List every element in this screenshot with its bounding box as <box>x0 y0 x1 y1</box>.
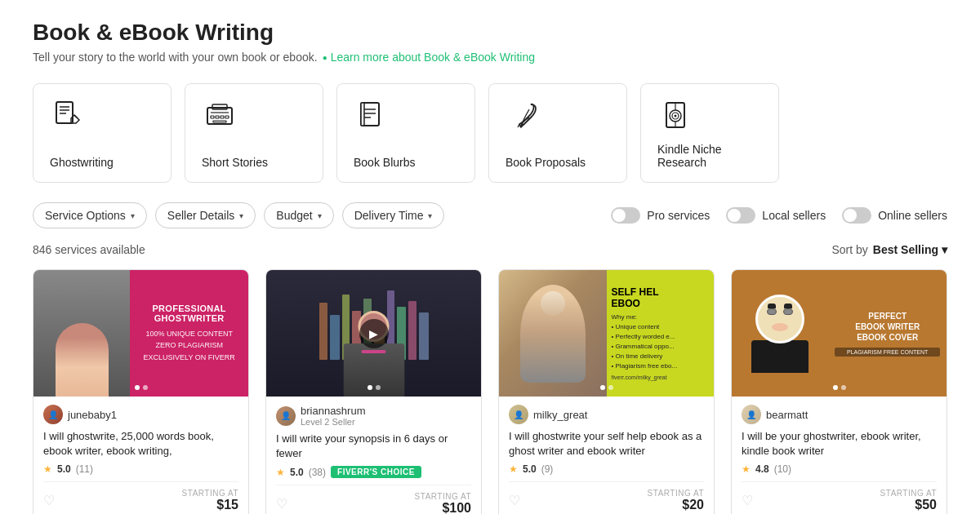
perfect-image-content: PERFECTEBOOK WRITEREBOOK COVER PLAGIARIS… <box>732 270 947 397</box>
card-dots-1 <box>368 385 381 390</box>
page-title: Book & eBook Writing <box>33 20 947 46</box>
card-dots-2 <box>600 385 613 390</box>
card-seller-row-0: 👤 junebaby1 <box>43 405 238 424</box>
cartoon-avatar <box>751 295 808 373</box>
svg-rect-8 <box>216 116 219 118</box>
price-label-3: STARTING AT <box>880 489 937 498</box>
rating-val-2: 5.0 <box>523 463 537 475</box>
pro-services-label: Pro services <box>647 209 710 222</box>
delivery-time-filter[interactable]: Delivery Time ▾ <box>342 202 445 228</box>
price-amount-1: $100 <box>442 501 471 514</box>
gw-avatar <box>33 270 130 397</box>
dot <box>376 385 381 390</box>
svg-rect-0 <box>56 102 73 123</box>
card-body-2: 👤 milky_great I will ghostwrite your sel… <box>499 397 714 514</box>
svg-line-4 <box>74 115 78 118</box>
svg-rect-17 <box>361 103 364 126</box>
delivery-time-label: Delivery Time <box>354 209 424 222</box>
book-hand-icon <box>50 97 86 133</box>
sort-by-value[interactable]: Best Selling ▾ <box>873 243 947 256</box>
fiverrs-choice-badge: FIVERR'S CHOICE <box>331 466 421 478</box>
category-card-short-stories[interactable]: Short Stories <box>185 83 323 183</box>
typewriter-icon <box>202 97 238 133</box>
feather-hand-icon <box>506 97 541 133</box>
rating-val-1: 5.0 <box>290 467 304 478</box>
card-image-0: PROFESSIONALGHOSTWRITER 100% UNIQUE CONT… <box>33 270 248 397</box>
heart-button-3[interactable]: ♡ <box>742 493 753 508</box>
book-list-icon <box>354 97 390 133</box>
budget-filter[interactable]: Budget ▾ <box>264 202 333 228</box>
pro-services-toggle[interactable] <box>611 207 640 224</box>
category-card-book-blurbs[interactable]: Book Blurbs <box>336 83 475 183</box>
seller-name-1: briannashrum <box>301 405 366 417</box>
service-card-0[interactable]: PROFESSIONALGHOSTWRITER 100% UNIQUE CONT… <box>33 269 249 514</box>
online-sellers-toggle[interactable] <box>842 207 871 224</box>
dot <box>135 385 140 390</box>
play-button-1[interactable]: ▶ <box>359 319 389 348</box>
category-label-kindle-niche: Kindle Niche Research <box>657 143 762 169</box>
local-sellers-toggle-group: Local sellers <box>726 207 826 224</box>
filter-bar: Service Options ▾ Seller Details ▾ Budge… <box>33 202 947 228</box>
card-title-1: I will write your synopsis in 6 days or … <box>276 432 471 461</box>
dot <box>833 385 838 390</box>
svg-rect-9 <box>220 116 224 118</box>
rating-val-3: 4.8 <box>755 463 769 475</box>
card-footer-1: ♡ STARTING AT $100 <box>276 485 471 514</box>
card-body-3: 👤 bearmatt I will be your ghostwriter, e… <box>732 397 947 514</box>
stars-2: ★ <box>509 463 518 475</box>
sort-by-label: Sort by <box>832 243 868 256</box>
card-image-2: SELF HELEBOO Why me: • Unique content • … <box>499 270 714 397</box>
chevron-down-icon: ▾ <box>428 211 432 220</box>
price-label-0: STARTING AT <box>182 489 238 498</box>
filter-toggles: Pro services Local sellers Online seller… <box>611 207 947 224</box>
chevron-down-icon: ▾ <box>131 211 135 220</box>
category-card-ghostwriting[interactable]: Ghostwriting <box>33 83 172 183</box>
price-amount-0: $15 <box>216 498 238 512</box>
seller-level-1: Level 2 Seller <box>301 417 366 427</box>
price-info-3: STARTING AT $50 <box>880 489 937 512</box>
card-rating-row-0: ★ 5.0 (11) <box>43 463 238 475</box>
service-card-3[interactable]: PERFECTEBOOK WRITEREBOOK COVER PLAGIARIS… <box>731 269 947 514</box>
card-seller-row-1: 👤 briannashrum Level 2 Seller <box>276 405 471 427</box>
card-title-3: I will be your ghostwriter, ebook writer… <box>742 429 937 459</box>
card-seller-row-2: 👤 milky_great <box>509 405 704 424</box>
category-card-book-proposals[interactable]: Book Proposals <box>488 83 627 183</box>
price-info-1: STARTING AT $100 <box>415 492 471 514</box>
dot <box>368 385 372 390</box>
page-subtitle: Tell your story to the world with your o… <box>33 51 947 64</box>
card-body-1: 👤 briannashrum Level 2 Seller I will wri… <box>266 397 481 514</box>
heart-button-0[interactable]: ♡ <box>43 493 55 508</box>
service-options-filter[interactable]: Service Options ▾ <box>33 202 147 228</box>
category-card-kindle-niche[interactable]: Kindle Niche Research <box>640 83 779 183</box>
seller-details-filter[interactable]: Seller Details ▾ <box>155 202 256 228</box>
seller-name-3: bearmatt <box>766 409 808 421</box>
rating-count-0: (11) <box>76 463 93 475</box>
sort-by-row: Sort by Best Selling ▾ <box>832 243 948 256</box>
service-card-1[interactable]: ▶ 👤 briannashrum Level 2 Seller I will w… <box>265 269 482 514</box>
svg-rect-11 <box>213 121 226 122</box>
learn-more-link[interactable]: Learn more about Book & eBook Writing <box>323 51 535 64</box>
card-footer-0: ♡ STARTING AT $15 <box>43 481 238 512</box>
local-sellers-toggle[interactable] <box>726 207 755 224</box>
heart-button-2[interactable]: ♡ <box>509 493 520 508</box>
stars-3: ★ <box>742 463 751 475</box>
rating-count-2: (9) <box>541 463 554 475</box>
price-info-2: STARTING AT $20 <box>648 489 704 512</box>
dot <box>608 385 613 390</box>
svg-point-21 <box>675 115 677 117</box>
category-label-ghostwriting: Ghostwriting <box>50 156 114 169</box>
pc-badge: PLAGIARISM FREE CONTENT <box>835 348 940 357</box>
category-label-book-proposals: Book Proposals <box>506 156 586 169</box>
heart-button-1[interactable]: ♡ <box>276 496 287 512</box>
service-card-2[interactable]: SELF HELEBOO Why me: • Unique content • … <box>498 269 715 514</box>
pro-services-toggle-group: Pro services <box>611 207 710 224</box>
seller-avatar-3: 👤 <box>742 405 761 424</box>
category-row: Ghostwriting Short Stories <box>33 83 947 183</box>
card-title-0: I will ghostwrite, 25,000 words book, eb… <box>43 429 238 459</box>
card-rating-row-1: ★ 5.0 (38) FIVERR'S CHOICE <box>276 466 471 478</box>
seller-avatar-0: 👤 <box>43 405 63 424</box>
category-label-short-stories: Short Stories <box>202 156 268 169</box>
dot <box>143 385 148 390</box>
price-info-0: STARTING AT $15 <box>182 489 238 512</box>
rating-count-1: (38) <box>309 467 326 478</box>
